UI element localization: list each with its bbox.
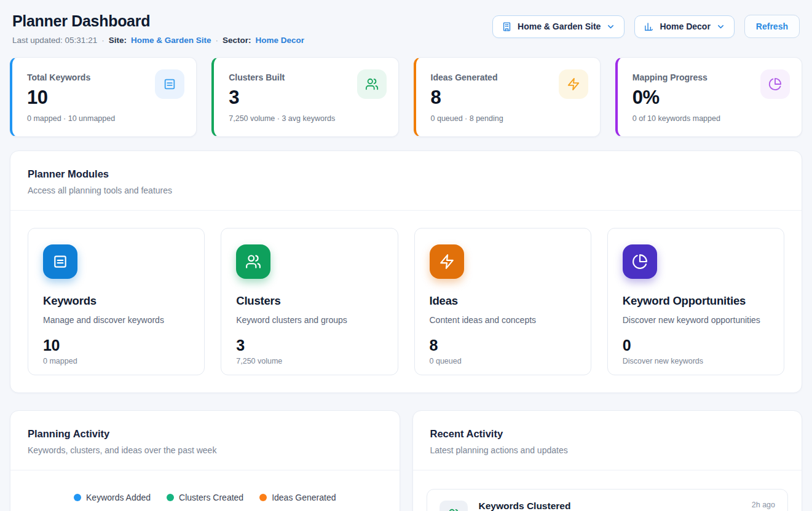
activity-item-timestamp: 2h ago: [752, 501, 775, 509]
module-card-keywords[interactable]: Keywords Manage and discover keywords 10…: [28, 228, 205, 375]
stat-sub: 0 of 10 keywords mapped: [633, 114, 789, 123]
activity-area-chart: 25 25 24: [10, 509, 400, 511]
stat-sub: 7,250 volume · 3 avg keywords: [229, 114, 385, 123]
last-updated-label: Last updated: 05:31:21: [12, 36, 97, 45]
sector-link[interactable]: Home Decor: [255, 36, 304, 45]
module-stat-sub: 7,250 volume: [236, 357, 382, 365]
legend-dot: [74, 494, 81, 501]
zap-icon: [559, 69, 588, 99]
site-label: Site:: [109, 36, 127, 45]
module-stat: 3: [236, 337, 382, 354]
refresh-button[interactable]: Refresh: [744, 15, 800, 38]
legend-dot: [167, 494, 174, 501]
chevron-down-icon: [716, 22, 725, 31]
stat-card-ideas-generated[interactable]: Ideas Generated 8 0 queued · 8 pending: [414, 57, 601, 137]
module-description: Discover new keyword opportunities: [623, 315, 769, 325]
users-icon: [357, 69, 387, 99]
module-card-clusters[interactable]: Clusters Keyword clusters and groups 3 7…: [221, 228, 398, 375]
users-icon: [236, 244, 270, 279]
page-header: Planner Dashboard Last updated: 05:31:21…: [10, 12, 802, 45]
module-stat-sub: Discover new keywords: [623, 357, 769, 365]
legend-dot: [259, 494, 267, 501]
legend-item-clusters-created: Clusters Created: [167, 493, 243, 502]
planning-activity-title: Planning Activity: [28, 428, 382, 440]
keywords-added-series-curve: [55, 509, 392, 511]
module-description: Manage and discover keywords: [43, 315, 189, 325]
planning-activity-header: Planning Activity Keywords, clusters, an…: [10, 411, 400, 470]
module-title: Ideas: [430, 294, 576, 308]
module-stat: 0: [623, 337, 769, 354]
file-lines-icon: [155, 69, 184, 99]
legend-label: Ideas Generated: [272, 493, 336, 502]
bar-chart-icon: [644, 21, 654, 32]
sector-dropdown[interactable]: Home Decor: [634, 15, 734, 38]
site-link[interactable]: Home & Garden Site: [131, 36, 211, 45]
users-icon: [440, 501, 468, 511]
planner-modules-subtitle: Access all planning tools and features: [28, 185, 784, 195]
legend-label: Keywords Added: [86, 493, 151, 502]
planner-modules-header: Planner Modules Access all planning tool…: [10, 151, 802, 211]
module-stat-sub: 0 queued: [430, 357, 576, 365]
planning-activity-subtitle: Keywords, clusters, and ideas over the p…: [28, 445, 382, 455]
module-stat-sub: 0 mapped: [43, 357, 189, 365]
meta-separator: ·: [101, 36, 104, 45]
last-updated-value: 05:31:21: [65, 36, 98, 45]
stat-card-total-keywords[interactable]: Total Keywords 10 0 mapped · 10 unmapped: [10, 57, 197, 137]
planner-dashboard-page: Planner Dashboard Last updated: 05:31:21…: [0, 0, 812, 511]
header-titles: Planner Dashboard Last updated: 05:31:21…: [12, 12, 304, 45]
module-title: Clusters: [236, 294, 382, 308]
module-description: Keyword clusters and groups: [236, 315, 382, 325]
legend-label: Clusters Created: [179, 493, 243, 502]
planner-modules-title: Planner Modules: [28, 168, 784, 180]
bottom-row: Planning Activity Keywords, clusters, an…: [10, 410, 802, 511]
site-dropdown-value: Home & Garden Site: [518, 21, 601, 31]
site-dropdown[interactable]: Home & Garden Site: [492, 15, 625, 38]
module-title: Keywords: [43, 294, 189, 308]
stat-sub: 0 mapped · 10 unmapped: [27, 114, 184, 123]
planner-modules-panel: Planner Modules Access all planning tool…: [10, 150, 802, 393]
module-description: Content ideas and concepts: [430, 315, 576, 325]
activity-title-row: Keywords Clustered 2h ago: [479, 501, 776, 511]
stat-card-clusters-built[interactable]: Clusters Built 3 7,250 volume · 3 avg ke…: [211, 57, 398, 137]
stat-card-mapping-progress[interactable]: Mapping Progress 0% 0 of 10 keywords map…: [615, 57, 802, 137]
legend-item-ideas-generated: Ideas Generated: [259, 493, 336, 502]
page-title: Planner Dashboard: [12, 12, 304, 30]
modules-grid: Keywords Manage and discover keywords 10…: [28, 228, 784, 375]
recent-activity-title: Recent Activity: [430, 428, 785, 440]
pie-chart-icon: [760, 69, 790, 99]
legend-item-keywords-added: Keywords Added: [74, 493, 151, 502]
building-icon: [502, 21, 512, 32]
recent-activity-header: Recent Activity Latest planning actions …: [413, 411, 802, 470]
activity-list-item[interactable]: Keywords Clustered 2h ago 3 new clusters…: [427, 489, 789, 511]
meta-separator: ·: [215, 36, 218, 45]
activity-item-content: Keywords Clustered 2h ago 3 new clusters…: [479, 501, 776, 511]
sector-label: Sector:: [223, 36, 251, 45]
recent-activity-panel: Recent Activity Latest planning actions …: [412, 410, 803, 511]
stats-row: Total Keywords 10 0 mapped · 10 unmapped…: [10, 57, 802, 137]
chevron-down-icon: [606, 22, 615, 31]
activity-item-title: Keywords Clustered: [479, 501, 571, 511]
module-card-keyword-opportunities[interactable]: Keyword Opportunities Discover new keywo…: [607, 228, 784, 375]
sector-dropdown-value: Home Decor: [660, 21, 710, 31]
file-lines-icon: [43, 244, 77, 279]
header-meta: Last updated: 05:31:21 · Site: Home & Ga…: [12, 36, 304, 45]
header-controls: Home & Garden Site Home Decor Refresh: [492, 15, 800, 38]
recent-activity-subtitle: Latest planning actions and updates: [430, 445, 785, 455]
pie-chart-icon: [623, 244, 657, 279]
module-title: Keyword Opportunities: [623, 294, 769, 308]
planning-activity-panel: Planning Activity Keywords, clusters, an…: [10, 410, 400, 511]
planner-modules-body: Keywords Manage and discover keywords 10…: [10, 211, 802, 392]
zap-icon: [430, 244, 464, 279]
module-stat: 8: [430, 337, 576, 354]
module-card-ideas[interactable]: Ideas Content ideas and concepts 8 0 que…: [414, 228, 591, 375]
stat-sub: 0 queued · 8 pending: [431, 114, 588, 123]
module-stat: 10: [43, 337, 189, 354]
chart-legend: Keywords Added Clusters Created Ideas Ge…: [10, 493, 400, 502]
